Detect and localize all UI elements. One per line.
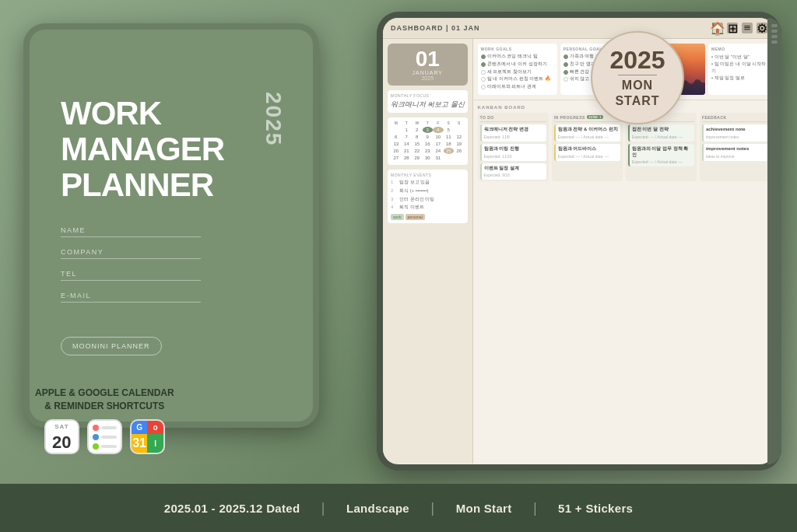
list-icon[interactable]: ≡ [742, 23, 753, 33]
form-fields: NAME COMPANY TEL E-MAIL [61, 226, 282, 313]
memo-label: MEMO [711, 47, 767, 51]
goal-item: 콘텐츠에서 내 이커 성장하기 [481, 61, 554, 68]
kanban-card[interactable]: 접전 이번 달 전략 Expected: — / Actual date: — [628, 124, 694, 142]
bottom-bar-start: Mon Start [434, 502, 534, 515]
tablet-right-screen: DASHBOARD | 01 JAN 🏠 ⊞ ≡ ⚙ 01 JANUARY 20… [383, 18, 775, 464]
date-year: 2025 [392, 75, 463, 81]
bottom-bar-stickers: 51 + Stickers [536, 502, 655, 515]
kanban-card[interactable]: 팀원과 미팅 진행 Expected: 11/10 [480, 144, 546, 161]
form-field-name: NAME [61, 226, 282, 237]
gcal-grid: G o 31 l [132, 421, 163, 453]
kanban-card[interactable]: 팀원과의 이달 업무 정책 확인 Expected: — / Actual da… [628, 144, 694, 167]
kanban-card[interactable]: 워크매니저 전략 변경 Expected: 11/8 [480, 124, 546, 142]
kanban-card[interactable]: 이벤트 일정 설계 Expected: 9/18 [480, 163, 546, 180]
event-item-4: 4 퇴직 이벤트 [391, 205, 465, 211]
bottom-bar-divider-3: | [534, 500, 537, 516]
mini-calendar: M T W T F S S 1 2 3 4 5 [388, 117, 468, 165]
monthly-focus-text: 워크매니저 써보고 몰신 [391, 100, 465, 110]
goal-item: 새 프로젝트 찾아보기 [481, 69, 554, 75]
tablet-right: DASHBOARD | 01 JAN 🏠 ⊞ ≡ ⚙ 01 JANUARY 20… [377, 12, 781, 471]
cal-icon-day: SAT [46, 421, 78, 432]
work-goals: WORK GOALS 이커머스 코딩 테크닉 팀 콘텐츠에서 내 이커 성장하기… [478, 44, 557, 95]
bottom-bar-dates: 2025.01 - 2025.12 Dated [142, 502, 322, 515]
kanban-card[interactable]: 팀원과 전략 & 이커머스 런치 Expected: — / Actual da… [554, 124, 620, 142]
reminder-dot-red [93, 425, 99, 431]
date-box: 01 JANUARY 2025 [388, 44, 468, 86]
goal-item: 이커머스 코딩 테크닉 팀 [481, 54, 554, 60]
badge-year: 2025 [609, 47, 665, 72]
dashboard-title: DASHBOARD | 01 JAN [391, 24, 480, 32]
planner-brand: MOONINI PLANNER [61, 337, 162, 355]
bottom-bar: 2025.01 - 2025.12 Dated | Landscape | Mo… [0, 484, 797, 532]
memo-section: MEMO • 이번 달 "이번 달" • 팀 미팅은 내 이달 시작하기 • 제… [708, 44, 771, 95]
badge-divider [618, 75, 657, 75]
tablet-left-screen: 2025 WORK MANAGER PLANNER NAME COMPANY T… [30, 30, 313, 422]
work-goals-label: WORK GOALS [481, 47, 554, 51]
monthly-events-label: MONTHLY EVENTS [391, 173, 465, 177]
cal-row: 1 2 3 4 5 [391, 127, 465, 133]
settings-icon[interactable]: ⚙ [757, 23, 767, 33]
event-item-1: 1 팀장 보고 있음 [391, 180, 465, 186]
goal-item: 미래이트와 파트너 관계 [481, 84, 554, 90]
kanban-col-feedback: FEEDBACK achievement note improvement no… [700, 113, 771, 181]
tablet-right-sidebar [767, 18, 781, 464]
goal-item: 팀 내 이커머스 런칭 이벤트 🔥 [481, 76, 554, 82]
dashboard-header: DASHBOARD | 01 JAN 🏠 ⊞ ≡ ⚙ [383, 18, 775, 39]
kanban-col-inprogress: IN PROGRESS JUNE 1 팀원과 전략 & 이커머스 런치 Expe… [552, 113, 623, 181]
date-number: 01 [392, 48, 463, 70]
grid-icon[interactable]: ⊞ [727, 23, 738, 33]
bottom-bar-divider-1: | [321, 500, 325, 516]
badge-circle: 2025 MON START [591, 31, 684, 124]
cal-row-5: 27 28 29 30 31 [391, 155, 465, 161]
shortcuts-section: APPLE & GOOGLE CALENDAR& REMINDER SHORTC… [35, 387, 174, 454]
bottom-bar-divider-2: | [431, 500, 434, 516]
cal-header: M T W T F S S [391, 121, 465, 125]
tablet-left: 2025 WORK MANAGER PLANNER NAME COMPANY T… [23, 23, 319, 428]
cal-icon-date: 20 [46, 432, 78, 453]
kanban-col-todo: TO DO 워크매니저 전략 변경 Expected: 11/8 팀원과 미팅 … [478, 113, 549, 181]
badge-text: MON START [615, 78, 659, 107]
bottom-bar-orientation: Landscape [325, 502, 431, 515]
event-item-3: 3 인터 온라인 미팅 [391, 197, 465, 203]
calendar-app-icon[interactable]: SAT 20 [44, 419, 79, 454]
cal-row-4: 20 21 22 23 24 25 26 [391, 148, 465, 154]
event-tags: work personal [391, 214, 465, 220]
date-month: JANUARY [392, 70, 463, 75]
form-field-tel: TEL [61, 270, 282, 281]
reminder-dot-green [93, 443, 99, 450]
kanban-board: TO DO 워크매니저 전략 변경 Expected: 11/8 팀원과 미팅 … [478, 113, 771, 181]
event-item-2: 2 회식 (+ •••••••) [391, 188, 465, 194]
monthly-focus: MONTHLY FOCUS 워크매니저 써보고 몰신 [388, 90, 468, 113]
form-field-email: E-MAIL [61, 292, 282, 303]
shortcuts-label: APPLE & GOOGLE CALENDAR& REMINDER SHORTC… [35, 387, 174, 413]
kanban-card[interactable]: improvement notes ideas to improve [702, 144, 768, 161]
monthly-events: MONTHLY EVENTS 1 팀장 보고 있음 2 회식 (+ ••••••… [388, 170, 468, 223]
cal-row-3: 13 14 15 16 17 18 19 [391, 141, 465, 147]
planner-title: WORK MANAGER PLANNER [61, 96, 224, 204]
kanban-card[interactable]: achievement note improvement notes [702, 124, 768, 142]
reminder-dot-blue [93, 434, 99, 440]
reminders-app-icon[interactable] [87, 419, 122, 454]
google-calendar-icon[interactable]: G o 31 l [130, 419, 165, 454]
kanban-card[interactable]: 팀원과 어드바이스 Expected: — / Actual date: — [554, 144, 620, 161]
home-icon[interactable]: 🏠 [712, 23, 723, 33]
year-indicator: 2025 [261, 92, 286, 146]
shortcuts-icons: SAT 20 G o 31 l [35, 419, 174, 454]
header-icons: 🏠 ⊞ ≡ ⚙ [712, 23, 767, 33]
memo-text: • 이번 달 "이번 달" • 팀 미팅은 내 이달 시작하기 • 제일 일정 … [711, 54, 767, 82]
form-field-company: COMPANY [61, 248, 282, 259]
monthly-focus-label: MONTHLY FOCUS [391, 93, 465, 98]
left-panel: 01 JANUARY 2025 MONTHLY FOCUS 워크매니저 써보고 … [383, 39, 473, 464]
cal-row-2: 6 7 8 9 10 11 12 [391, 134, 465, 140]
